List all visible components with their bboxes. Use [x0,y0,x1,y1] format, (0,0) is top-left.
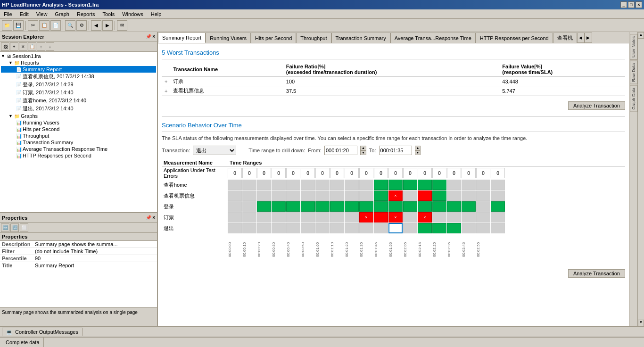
grid-cell[interactable] [315,223,330,233]
analyze-transaction-btn-2[interactable]: Analyze Transaction [568,269,625,278]
tab-throughput[interactable]: Throughput [296,33,331,43]
menu-graph[interactable]: Graph [51,10,73,18]
grid-cell[interactable] [447,223,461,233]
grid-cell[interactable] [447,180,461,190]
grid-cell[interactable] [476,212,490,223]
grid-cell[interactable]: 0 [286,168,300,178]
grid-cell[interactable] [403,212,417,223]
tab-scroll-right[interactable]: ▶ [585,33,592,43]
tab-summary-report[interactable]: Summary Report [158,33,206,43]
grid-cell[interactable] [272,201,286,212]
toolbar-btn-2[interactable]: 💾 [13,20,24,31]
grid-cell[interactable]: 0 [491,168,505,178]
grid-cell[interactable] [286,212,300,223]
menu-reports[interactable]: Reports [73,10,99,18]
grid-cell[interactable] [388,180,403,190]
from-spin-up[interactable]: ▲ [360,146,366,150]
grid-cell[interactable] [462,212,476,223]
from-spin-down[interactable]: ▼ [360,150,366,155]
tree-root[interactable]: ▼ 🖥 Session1.lra [1,53,156,59]
tree-summary-report[interactable]: 📄 Summary Report [1,66,156,73]
grid-cell[interactable] [374,212,388,223]
tree-btn-copy[interactable]: 📋 [28,42,36,51]
expand-1[interactable]: + [162,77,170,86]
tab-transaction-summary[interactable]: Transaction Summary [331,33,390,43]
maximize-btn[interactable]: □ [628,1,635,8]
grid-cell[interactable]: 0 [374,168,388,178]
tree-graph-3[interactable]: 📊 Throughput [1,132,156,139]
grid-cell[interactable] [272,190,286,201]
tab-scroll-left[interactable]: ◀ [577,33,585,43]
grid-cell[interactable] [257,201,271,212]
grid-cell[interactable] [462,223,476,233]
grid-cell[interactable]: 0 [330,168,344,178]
grid-cell[interactable] [447,190,461,201]
tree-graph-1[interactable]: 📊 Running Vusers [1,119,156,126]
tab-avg-response-time[interactable]: Average Transa...Response Time [390,33,476,43]
grid-cell[interactable] [476,201,490,212]
tree-graphs[interactable]: ▼ 📁 Graphs [1,113,156,119]
analyze-transaction-btn-1[interactable]: Analyze Transaction [568,101,625,110]
grid-cell[interactable] [228,223,242,233]
grid-cell[interactable]: 0 [315,168,330,178]
grid-cell[interactable] [403,190,417,201]
tree-graph-2[interactable]: 📊 Hits per Second [1,126,156,132]
toolbar-btn-5[interactable]: 📄 [50,20,61,31]
expand-2[interactable]: + [162,86,170,96]
grid-cell[interactable] [272,212,286,223]
grid-cell[interactable] [359,201,373,212]
grid-cell[interactable] [345,180,359,190]
graphs-expand[interactable]: ▼ [8,114,13,118]
grid-cell[interactable] [286,201,300,212]
tree-report-1[interactable]: 📄 查看机票信息, 2017/3/12 14:38 [1,73,156,81]
menu-view[interactable]: View [33,10,51,18]
sidebar-user-notes[interactable]: User Notes [630,34,637,60]
toolbar-btn-7[interactable]: ⚙ [76,20,87,31]
toolbar-btn-10[interactable]: ✉ [117,20,127,31]
grid-cell[interactable] [374,190,388,201]
grid-cell[interactable]: 0 [462,168,476,178]
menu-tools[interactable]: Tools [99,10,118,18]
grid-cell[interactable] [228,190,242,201]
grid-cell[interactable] [447,212,461,223]
grid-cell[interactable] [315,180,330,190]
tree-graph-5[interactable]: 📊 Average Transaction Response Time [1,146,156,152]
grid-cell[interactable] [315,212,330,223]
grid-cell[interactable] [432,223,446,233]
grid-cell[interactable] [228,180,242,190]
grid-cell[interactable] [418,223,432,233]
toolbar-btn-8[interactable]: ◀ [91,20,101,31]
grid-cell[interactable] [432,201,446,212]
grid-cell[interactable] [374,223,388,233]
to-time-input[interactable] [379,146,412,155]
close-panel-btn[interactable]: × [152,34,155,39]
grid-cell[interactable] [345,212,359,223]
tab-running-vusers[interactable]: Running Vusers [206,33,251,43]
grid-cell[interactable]: × [388,212,403,223]
grid-cell[interactable]: 0 [476,168,490,178]
tree-btn-delete[interactable]: ✕ [19,42,27,51]
grid-cell[interactable] [286,180,300,190]
minimize-btn[interactable]: _ [620,1,627,8]
menu-edit[interactable]: Edit [16,10,33,18]
grid-cell[interactable] [403,223,417,233]
tree-report-5[interactable]: 📄 退出, 2017/3/12 14:40 [1,105,156,113]
grid-cell[interactable] [228,201,242,212]
grid-cell[interactable] [242,180,256,190]
grid-cell[interactable] [476,190,490,201]
grid-cell[interactable] [301,201,315,212]
grid-cell[interactable]: 0 [301,168,315,178]
close-btn[interactable]: × [636,1,642,8]
grid-cell[interactable] [301,223,315,233]
prop-sort-num[interactable]: 🔢 [10,223,19,232]
vertical-scrollbar[interactable]: ▲ ▼ [637,32,644,326]
tab-extra[interactable]: 查看机 [553,33,577,43]
toolbar-btn-6[interactable]: 🔍 [65,20,75,31]
prop-sort-az[interactable]: 🔤 [1,223,9,232]
grid-cell[interactable] [345,223,359,233]
grid-cell[interactable] [374,201,388,212]
tree-report-2[interactable]: 📄 登录, 2017/3/12 14:39 [1,81,156,89]
root-expand[interactable]: ▼ [1,54,6,58]
prop-btn[interactable]: ⬜ [20,223,28,232]
grid-cell[interactable]: 0 [388,168,403,178]
